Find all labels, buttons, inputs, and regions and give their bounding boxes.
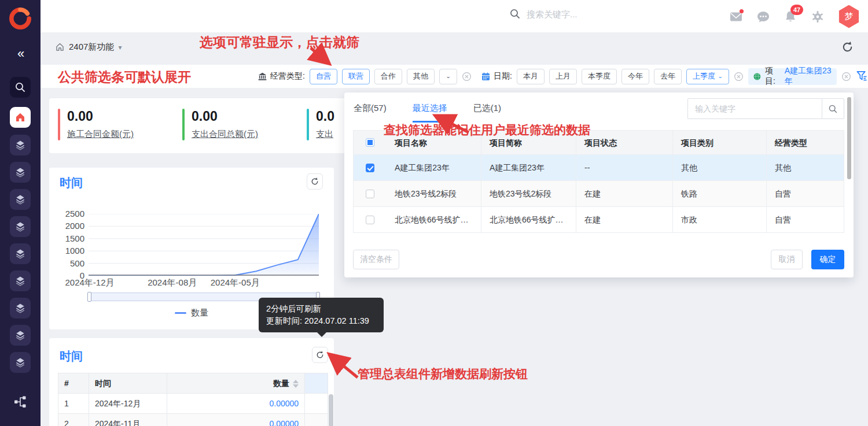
filter-business-hezuo[interactable]: 合作: [374, 69, 402, 84]
stat-label[interactable]: 支出: [316, 129, 334, 140]
legend-label: 数量: [191, 308, 208, 318]
stat-label[interactable]: 支出合同总额(元): [192, 129, 258, 140]
filter-business-more-button[interactable]: ⌄: [439, 69, 457, 84]
select-all-checkbox[interactable]: [366, 138, 374, 147]
project-value[interactable]: A建工集团23年: [785, 66, 832, 87]
cell-qty[interactable]: 0.00000: [167, 414, 305, 426]
sidebar-item-module[interactable]: [10, 243, 31, 264]
cell-extra: [305, 394, 328, 414]
sidebar-item-module[interactable]: [10, 189, 31, 210]
inbox-icon[interactable]: [729, 10, 743, 24]
select-all-cell[interactable]: [353, 131, 387, 154]
cancel-button[interactable]: 取消: [771, 250, 803, 269]
datazoom-left-handle[interactable]: [87, 292, 91, 302]
filter-date-this-month[interactable]: 本月: [517, 69, 545, 84]
confirm-button[interactable]: 确定: [811, 250, 844, 269]
tab-all[interactable]: 全部(57): [354, 103, 387, 123]
globe-icon: [753, 72, 762, 82]
chart-refresh-button[interactable]: [307, 173, 323, 190]
panel-scrollbar-thumb[interactable]: [847, 97, 851, 179]
annotation-arrow: [322, 349, 368, 382]
sidebar-item-module[interactable]: [10, 325, 31, 346]
clear-conditions-button[interactable]: 清空条件: [353, 250, 399, 269]
legend-line-swatch: [175, 312, 186, 314]
clear-business-filter-icon[interactable]: [462, 72, 472, 82]
filter-funnel-icon[interactable]: [856, 70, 868, 83]
row-checkbox[interactable]: [366, 190, 374, 198]
chart-title: 时间: [60, 175, 83, 191]
tooltip-line2: 更新时间: 2024.07.02 11:39: [266, 315, 376, 327]
filter-business-lianying[interactable]: 联营: [342, 69, 370, 84]
global-search-input[interactable]: [527, 9, 654, 19]
stat-color-bar: [307, 109, 309, 140]
table-row[interactable]: 2 2024年-11月 0.00000: [58, 414, 328, 426]
row-checkbox-checked[interactable]: [366, 164, 374, 172]
filter-date-last-quarter[interactable]: 上季度⌄: [686, 69, 729, 84]
settings-gear-icon[interactable]: [811, 10, 825, 24]
row-checkbox[interactable]: [366, 216, 374, 224]
sort-icon[interactable]: [293, 380, 299, 388]
stat-color-bar: [58, 109, 60, 140]
sidebar-item-home[interactable]: [10, 107, 31, 128]
cell-index: 2: [58, 414, 89, 426]
breadcrumb[interactable]: 2407新功能 ▾: [55, 42, 122, 53]
user-avatar[interactable]: 梦: [838, 5, 860, 28]
sidebar-item-module[interactable]: [10, 162, 31, 183]
project-row[interactable]: 地铁23号线2标段 地铁23号线2标段 在建 铁路 自营: [353, 181, 844, 207]
cell-project-category: 铁路: [673, 181, 767, 206]
project-row[interactable]: 北京地铁66号线扩能... 北京地铁66号线扩能... 在建 市政 自营: [353, 207, 844, 233]
notification-bell-icon[interactable]: 47: [784, 10, 797, 24]
breadcrumb-title: 2407新功能: [69, 42, 114, 53]
sidebar-item-module[interactable]: [10, 216, 31, 237]
filter-business-ziying[interactable]: 自营: [310, 69, 337, 84]
cell-project-category: 其他: [673, 155, 767, 180]
sidebar-item-search[interactable]: [10, 77, 31, 98]
stat-label[interactable]: 施工合同金额(元): [67, 129, 134, 140]
col-qty-header[interactable]: 数量: [167, 373, 305, 394]
header-project-status: 项目状态: [576, 131, 673, 154]
project-filter-tag[interactable]: 项目: A建工集团23年: [748, 68, 837, 85]
cell-project-status: --: [576, 155, 673, 180]
clear-project-filter-icon[interactable]: [841, 72, 851, 82]
annotation-arrow: [305, 44, 335, 69]
clear-date-filter-icon[interactable]: [734, 72, 744, 82]
chevron-down-icon: ⌄: [446, 73, 451, 79]
filter-date-this-quarter[interactable]: 本季度: [582, 69, 617, 84]
cell-project-short: 北京地铁66号线扩能...: [481, 207, 576, 232]
sidebar-collapse-button[interactable]: «: [0, 46, 41, 61]
keyword-search-input[interactable]: [687, 98, 822, 119]
cell-time: 2024年-12月: [89, 394, 167, 414]
filter-business-qita[interactable]: 其他: [407, 69, 435, 84]
date-label: 日期:: [481, 71, 512, 82]
keyword-search-button[interactable]: [822, 98, 844, 119]
filter-date-last-month[interactable]: 上月: [549, 69, 577, 84]
cell-business-type: 其他: [767, 155, 844, 180]
global-search[interactable]: [509, 8, 654, 20]
table-row[interactable]: 1 2024年-12月 0.00000: [58, 394, 328, 414]
y-tick-label: 500: [53, 258, 84, 268]
sidebar-item-module[interactable]: [10, 352, 31, 373]
table-card-title: 时间: [60, 349, 83, 364]
top-header: 47 梦: [41, 0, 868, 33]
sidebar-share-icon[interactable]: [13, 395, 27, 409]
sidebar-item-module[interactable]: [10, 271, 31, 291]
page-refresh-button[interactable]: [841, 40, 856, 55]
sidebar-item-module[interactable]: [10, 135, 31, 155]
x-tick-label: 2024年-05月: [200, 277, 270, 288]
table-scrollbar-thumb[interactable]: [329, 394, 333, 426]
notification-badge: 47: [790, 5, 803, 15]
stat-value: 0.00: [192, 109, 258, 124]
cell-project-name: 地铁23号线2标段: [387, 181, 481, 206]
business-type-label: 经营类型:: [258, 71, 305, 82]
tooltip-line1: 2分钟后可刷新: [266, 303, 376, 315]
stat-expense-partial: 0.0 支出: [307, 109, 334, 140]
chat-icon[interactable]: [756, 10, 770, 24]
sidebar-item-module[interactable]: [10, 298, 31, 318]
project-row-selected[interactable]: A建工集团23年 A建工集团23年 -- 其他 其他: [353, 155, 844, 181]
filter-date-last-year[interactable]: 去年: [654, 69, 682, 84]
stat-color-bar: [182, 109, 185, 140]
filter-date-this-year[interactable]: 今年: [621, 69, 649, 84]
cell-time: 2024年-11月: [89, 414, 167, 426]
cell-qty[interactable]: 0.00000: [167, 394, 305, 414]
refresh-tooltip: 2分钟后可刷新 更新时间: 2024.07.02 11:39: [259, 298, 384, 332]
